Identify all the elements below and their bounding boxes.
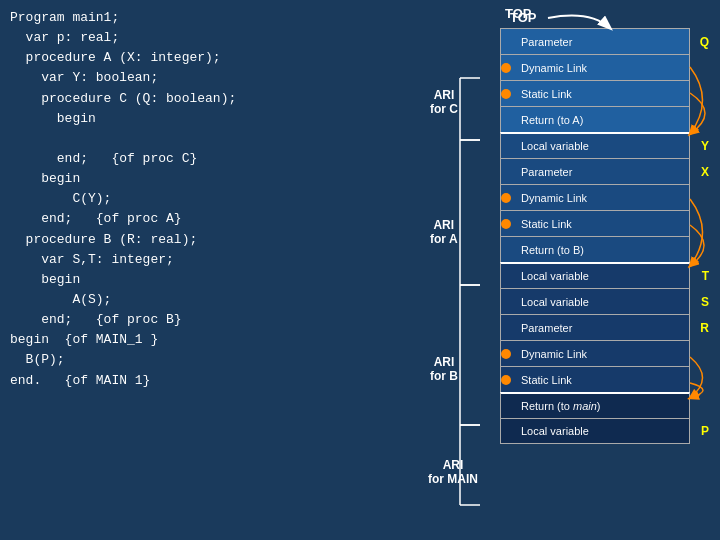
stack-row-parameter-r: Parameter R [500,314,690,340]
stack-row-local-var-s: Local variable S [500,288,690,314]
top-label: TOP [505,6,532,21]
code-line-13: var S,T: integer; [10,250,480,270]
code-line-12: procedure B (R: real); [10,230,480,250]
stack-row-parameter-x: Parameter X [500,158,690,184]
code-line-4: var Y: boolean; [10,68,480,88]
stack-row-return-main: Return (to main) [500,392,690,418]
code-line-17: begin {of MAIN_1 } [10,330,480,350]
code-line-11: end; {of proc A} [10,209,480,229]
code-line-7 [10,129,480,149]
stack-row-parameter-q: Parameter Q [500,28,690,54]
code-line-3: procedure A (X: integer); [10,48,480,68]
stack-row-local-var-y: Local variable Y [500,132,690,158]
code-line-16: end; {of proc B} [10,310,480,330]
stack-row-return-a: Return (to A) [500,106,690,132]
code-line-6: begin [10,109,480,129]
stack-row-dynamic-link-a: Dynamic Link [500,184,690,210]
stack-row-static-link-c: Static Link [500,80,690,106]
stack-row-static-link-a: Static Link [500,210,690,236]
code-line-2: var p: real; [10,28,480,48]
ari-label-b: ARIfor B [430,355,458,383]
code-line-10: C(Y); [10,189,480,209]
code-line-9: begin [10,169,480,189]
code-line-5: procedure C (Q: boolean); [10,89,480,109]
ari-label-main: ARIfor MAIN [428,458,478,486]
stack-row-static-link-b: Static Link [500,366,690,392]
code-panel: Program main1; var p: real; procedure A … [0,0,490,540]
code-line-8: end; {of proc C} [10,149,480,169]
stack-row-return-b: Return (to B) [500,236,690,262]
code-line-15: A(S); [10,290,480,310]
stack-row-dynamic-link-b: Dynamic Link [500,340,690,366]
stack-container: Parameter Q Dynamic Link Static Link Ret… [500,28,690,444]
ari-label-a: ARIfor A [430,218,458,246]
code-line-14: begin [10,270,480,290]
code-line-1: Program main1; [10,8,480,28]
code-line-18: B(P); [10,350,480,370]
code-line-19: end. {of MAIN 1} [10,371,480,391]
stack-row-local-var-t: Local variable T [500,262,690,288]
ari-label-c: ARIfor C [430,88,458,116]
stack-row-local-var-p: Local variable P [500,418,690,444]
stack-row-dynamic-link-c: Dynamic Link [500,54,690,80]
